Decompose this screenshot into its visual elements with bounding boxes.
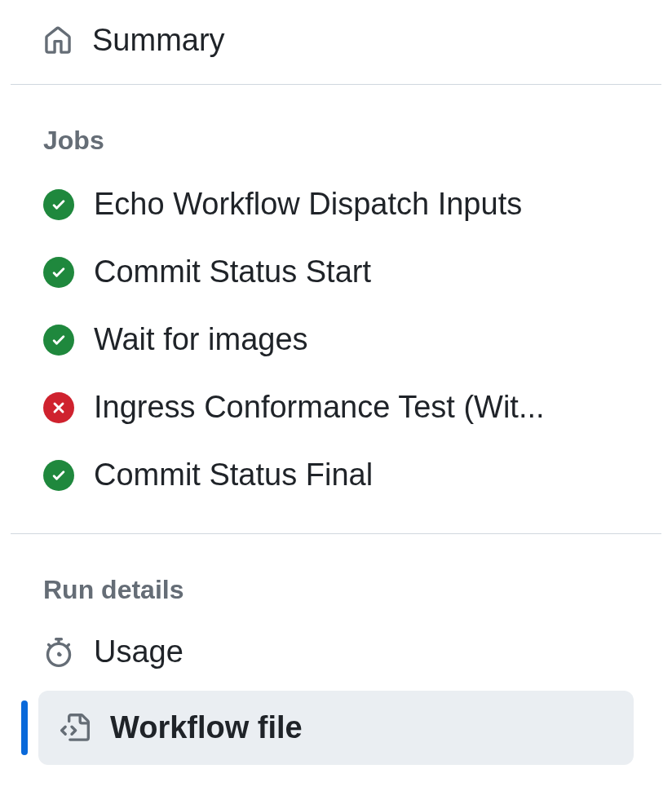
summary-label: Summary — [92, 23, 225, 58]
home-icon — [43, 26, 73, 55]
job-label: Commit Status Start — [94, 254, 371, 289]
workflow-file-nav-item[interactable]: Workflow file — [38, 691, 634, 765]
job-item[interactable]: Commit Status Start — [11, 238, 661, 306]
x-circle-icon — [43, 392, 74, 423]
job-label: Wait for images — [94, 322, 308, 357]
job-label: Ingress Conformance Test (Wit... — [94, 390, 545, 425]
stopwatch-icon — [43, 637, 74, 668]
job-item[interactable]: Echo Workflow Dispatch Inputs — [11, 170, 661, 238]
check-circle-icon — [43, 325, 74, 356]
workflow-file-label: Workflow file — [110, 710, 303, 745]
check-circle-icon — [43, 460, 74, 491]
job-item[interactable]: Ingress Conformance Test (Wit... — [11, 373, 661, 441]
job-item[interactable]: Wait for images — [11, 306, 661, 373]
check-circle-icon — [43, 189, 74, 220]
run-details-heading: Run details — [11, 534, 661, 620]
usage-label: Usage — [94, 634, 183, 669]
run-details-list: Usage Workflow file — [11, 620, 661, 781]
job-item[interactable]: Commit Status Final — [11, 441, 661, 509]
job-label: Commit Status Final — [94, 457, 373, 493]
job-label: Echo Workflow Dispatch Inputs — [94, 187, 522, 222]
summary-nav-item[interactable]: Summary — [11, 0, 661, 84]
jobs-list: Echo Workflow Dispatch Inputs Commit Sta… — [11, 170, 661, 533]
selected-indicator — [21, 700, 28, 755]
jobs-heading: Jobs — [11, 85, 661, 170]
usage-nav-item[interactable]: Usage — [11, 620, 661, 684]
file-code-icon — [60, 713, 91, 744]
check-circle-icon — [43, 257, 74, 288]
